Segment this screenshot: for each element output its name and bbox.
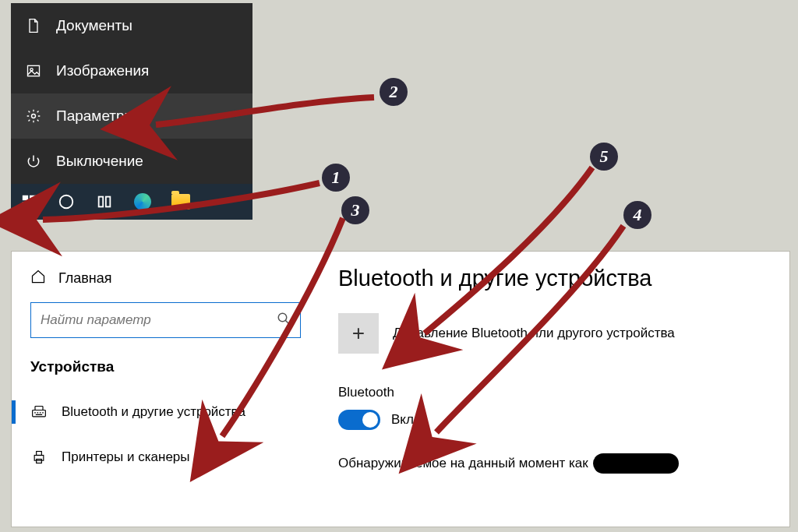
- svg-rect-13: [34, 456, 44, 461]
- startmenu-item-label: Выключение: [56, 153, 143, 170]
- document-icon: [25, 17, 42, 34]
- settings-content: Bluetooth и другие устройства + Добавлен…: [320, 252, 789, 527]
- svg-rect-15: [37, 460, 42, 463]
- gear-icon: [25, 107, 42, 125]
- svg-rect-4: [30, 196, 37, 200]
- svg-point-2: [32, 115, 36, 118]
- startmenu-item-power[interactable]: Выключение: [11, 139, 252, 184]
- nav-bluetooth-devices[interactable]: Bluetooth и другие устройства: [30, 396, 301, 428]
- nav-item-label: Принтеры и сканеры: [62, 449, 190, 465]
- settings-section-title: Устройства: [30, 358, 301, 375]
- page-title: Bluetooth и другие устройства: [338, 266, 771, 291]
- taskbar-edge-icon[interactable]: [125, 184, 160, 220]
- svg-point-10: [278, 313, 287, 322]
- settings-window: Главная Устройства Bluetooth и другие ус…: [11, 251, 790, 527]
- settings-sidebar: Главная Устройства Bluetooth и другие ус…: [12, 252, 320, 527]
- settings-home-label: Главная: [58, 270, 112, 287]
- add-device-button[interactable]: +: [338, 313, 379, 354]
- svg-rect-9: [105, 197, 110, 207]
- settings-home-link[interactable]: Главная: [30, 269, 301, 288]
- taskbar: [11, 184, 252, 220]
- printer-icon: [30, 449, 48, 466]
- annotation-badge-4: 4: [623, 201, 651, 229]
- startmenu-item-label: Документы: [56, 17, 132, 34]
- settings-search-box[interactable]: [30, 302, 301, 338]
- plus-icon: +: [352, 321, 365, 346]
- bluetooth-toggle-state: Вкл.: [391, 412, 418, 428]
- redacted-device-name: [593, 453, 679, 474]
- startmenu-item-label: Изображения: [56, 62, 149, 79]
- svg-rect-0: [28, 65, 40, 76]
- discoverable-text: Обнаруживаемое на данный момент как: [338, 456, 588, 471]
- startmenu-item-documents[interactable]: Документы: [11, 3, 252, 48]
- start-menu-panel: Документы Изображения Параметры Выключен…: [11, 3, 252, 220]
- nav-item-label: Bluetooth и другие устройства: [62, 404, 245, 420]
- settings-search-input[interactable]: [41, 312, 274, 328]
- bluetooth-section-label: Bluetooth: [338, 385, 771, 400]
- home-icon: [30, 269, 46, 288]
- svg-rect-11: [33, 410, 46, 417]
- svg-rect-3: [23, 196, 28, 200]
- annotation-badge-1: 1: [322, 164, 350, 192]
- taskbar-explorer-icon[interactable]: [163, 184, 198, 220]
- keyboard-icon: [30, 403, 48, 421]
- svg-rect-12: [35, 407, 43, 410]
- svg-rect-6: [30, 202, 37, 208]
- svg-rect-14: [37, 452, 42, 456]
- bluetooth-toggle[interactable]: [338, 410, 380, 430]
- power-icon: [25, 153, 42, 170]
- add-device-label: Добавление Bluetooth или другого устройс…: [393, 326, 675, 341]
- startmenu-item-pictures[interactable]: Изображения: [11, 48, 252, 93]
- image-icon: [25, 62, 42, 79]
- annotation-badge-5: 5: [590, 143, 618, 171]
- startmenu-item-settings[interactable]: Параметры: [11, 93, 252, 139]
- svg-rect-8: [98, 197, 103, 207]
- start-button[interactable]: [14, 184, 45, 220]
- search-icon: [277, 312, 291, 329]
- nav-printers-scanners[interactable]: Принтеры и сканеры: [30, 441, 301, 474]
- startmenu-item-label: Параметры: [56, 107, 135, 125]
- annotation-badge-3: 3: [341, 196, 369, 224]
- taskbar-taskview-icon[interactable]: [87, 184, 122, 220]
- svg-rect-5: [23, 202, 28, 208]
- annotation-badge-2: 2: [380, 78, 408, 106]
- taskbar-cortana-icon[interactable]: [48, 184, 83, 220]
- svg-point-7: [59, 196, 72, 209]
